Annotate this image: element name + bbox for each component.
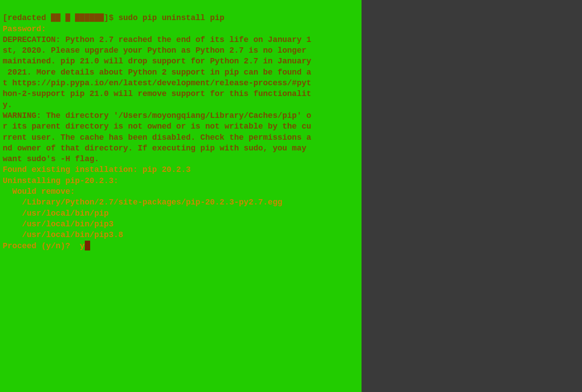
deprecation-line: DEPRECATION: Python 2.7 reached the end …	[3, 35, 311, 109]
terminal-output: [redacted ██ █ ██████]$ sudo pip uninsta…	[0, 0, 362, 264]
found-line: Found existing installation: pip 20.2.3 …	[3, 165, 283, 239]
terminal-window: [redacted ██ █ ██████]$ sudo pip uninsta…	[0, 0, 362, 392]
prompt-line: [redacted ██ █ ██████]$ sudo pip uninsta…	[3, 13, 224, 22]
warning-line: WARNING: The directory '/Users/moyongqia…	[3, 111, 311, 163]
terminal-cursor	[85, 241, 90, 250]
proceed-line: Proceed (y/n)? y	[3, 242, 85, 250]
password-line: Password:	[3, 25, 46, 33]
desktop-area: 工应到来 Ctrl/00	[362, 0, 582, 392]
